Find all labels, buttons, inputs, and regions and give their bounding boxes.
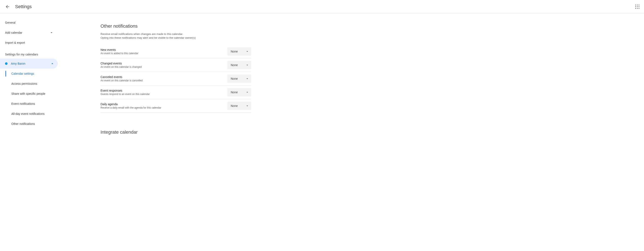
row-label: Changed events — [100, 62, 227, 65]
row-sub: Guests respond to an event on this calen… — [100, 93, 227, 96]
nav-label: General — [5, 21, 16, 24]
apps-button[interactable] — [633, 2, 642, 11]
row-text: Canceled events An event on this calenda… — [100, 75, 227, 82]
row-new-events: New events An event is added to this cal… — [100, 45, 251, 58]
select-daily-agenda[interactable]: None — [227, 102, 251, 110]
subnav-label: Calendar settings — [11, 72, 34, 75]
subnav-label: All-day event notifications — [11, 112, 44, 115]
subnav-label: Share with specific people — [11, 92, 46, 95]
select-value: None — [231, 50, 238, 53]
sidebar: General Add calendar Import & export Set… — [0, 13, 58, 251]
nav-label: Add calendar — [5, 31, 22, 34]
select-value: None — [231, 91, 238, 94]
sidebar-section-heading: Settings for my calendars — [0, 48, 58, 58]
select-value: None — [231, 77, 238, 80]
nav-label: Import & export — [5, 41, 25, 44]
calendar-subnav: Calendar settings Access permissions Sha… — [5, 69, 58, 129]
desc-line-1: Receive email notifications when changes… — [100, 32, 183, 35]
subnav-share-specific-people[interactable]: Share with specific people — [6, 89, 58, 99]
subnav-label: Event notifications — [11, 102, 35, 105]
calendar-name: Amy Baron — [11, 62, 25, 65]
row-event-responses: Event responses Guests respond to an eve… — [100, 86, 251, 99]
desc-line-2: Opting into these notifications may aler… — [100, 36, 196, 39]
dropdown-icon — [245, 63, 249, 67]
panel-title: Other notifications — [100, 23, 251, 29]
apps-icon — [635, 4, 640, 9]
row-daily-agenda: Daily agenda Receive a daily email with … — [100, 99, 251, 113]
subnav-other-notifications[interactable]: Other notifications — [6, 119, 58, 129]
chevron-up-icon — [50, 61, 54, 66]
page-title: Settings — [15, 4, 32, 9]
nav-general[interactable]: General — [0, 17, 58, 28]
select-event-responses[interactable]: None — [227, 88, 251, 96]
row-sub: An event is added to this calendar — [100, 52, 227, 55]
body: General Add calendar Import & export Set… — [0, 13, 644, 251]
arrow-back-icon — [5, 4, 10, 9]
select-changed-events[interactable]: None — [227, 61, 251, 69]
nav-import-export[interactable]: Import & export — [0, 38, 58, 48]
row-changed-events: Changed events An event on this calendar… — [100, 58, 251, 72]
row-sub: An event on this calendar is changed — [100, 65, 227, 68]
row-label: Daily agenda — [100, 102, 227, 106]
row-text: Daily agenda Receive a daily email with … — [100, 102, 227, 109]
select-value: None — [231, 104, 238, 107]
header: Settings — [0, 0, 644, 13]
dropdown-icon — [245, 77, 249, 80]
dropdown-icon — [245, 49, 249, 53]
panel-description: Receive email notifications when changes… — [100, 32, 251, 40]
dropdown-icon — [245, 104, 249, 108]
row-sub: Receive a daily email with the agenda fo… — [100, 106, 227, 109]
row-canceled-events: Canceled events An event on this calenda… — [100, 72, 251, 86]
main-content: Other notifications Receive email notifi… — [58, 13, 644, 251]
other-notifications-panel: Other notifications Receive email notifi… — [100, 23, 251, 135]
back-button[interactable] — [3, 2, 12, 11]
row-text: Event responses Guests respond to an eve… — [100, 89, 227, 96]
row-text: Changed events An event on this calendar… — [100, 62, 227, 68]
subnav-access-permissions[interactable]: Access permissions — [6, 79, 58, 89]
nav-add-calendar[interactable]: Add calendar — [0, 28, 58, 38]
row-label: Canceled events — [100, 75, 227, 79]
calendar-color-dot — [5, 62, 8, 65]
dropdown-icon — [245, 90, 249, 94]
chevron-down-icon — [50, 30, 54, 35]
next-section-title: Integrate calendar — [100, 129, 251, 135]
subnav-event-notifications[interactable]: Event notifications — [6, 99, 58, 109]
row-label: Event responses — [100, 89, 227, 92]
row-text: New events An event is added to this cal… — [100, 48, 227, 55]
subnav-label: Access permissions — [11, 82, 37, 85]
select-new-events[interactable]: None — [227, 47, 251, 56]
subnav-allday-notifications[interactable]: All-day event notifications — [6, 109, 58, 119]
select-canceled-events[interactable]: None — [227, 74, 251, 83]
row-label: New events — [100, 48, 227, 51]
calendar-item-amy-baron[interactable]: Amy Baron — [0, 58, 58, 69]
subnav-calendar-settings[interactable]: Calendar settings — [6, 69, 58, 79]
subnav-label: Other notifications — [11, 122, 35, 125]
select-value: None — [231, 63, 238, 67]
row-sub: An event on this calendar is cancelled — [100, 79, 227, 82]
